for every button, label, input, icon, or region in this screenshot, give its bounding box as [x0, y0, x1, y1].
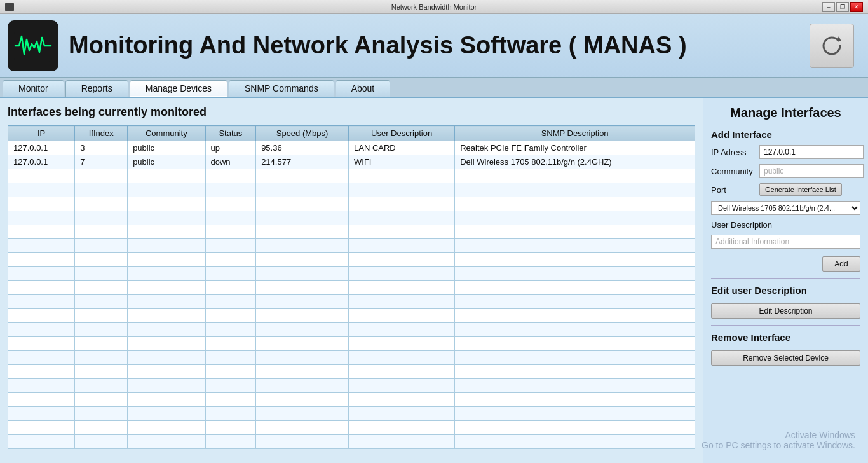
add-btn-row: Add — [711, 256, 860, 272]
user-description-input[interactable] — [711, 235, 860, 249]
nav-tabs: Monitor Reports Manage Devices SNMP Comm… — [0, 78, 868, 98]
user-desc-input-row — [711, 235, 860, 254]
col-ifindex: IfIndex — [75, 126, 128, 141]
generate-interface-btn[interactable]: Generate Interface List — [759, 183, 842, 196]
title-bar-controls: – ❐ ✕ — [822, 2, 863, 12]
remove-interface-header: Remove Interface — [711, 332, 860, 343]
ip-address-row: IP Adress — [711, 145, 860, 159]
refresh-button[interactable] — [810, 24, 854, 68]
empty-row — [8, 239, 695, 253]
divider-2 — [711, 325, 860, 326]
app-title: Monitoring And Network Analysis Software… — [69, 32, 803, 59]
empty-row — [8, 281, 695, 295]
empty-row — [8, 393, 695, 407]
empty-row — [8, 379, 695, 393]
header-right — [803, 24, 860, 68]
cell-snmp-desc: Realtek PCIe FE Family Controller — [455, 141, 695, 155]
main-content: Interfaces being currently monitored IP … — [0, 98, 868, 463]
user-description-row: User Description — [711, 220, 860, 230]
col-ip: IP — [8, 126, 75, 141]
app-icon-small — [5, 3, 14, 11]
empty-row — [8, 337, 695, 351]
empty-row — [8, 407, 695, 421]
community-input[interactable] — [759, 164, 864, 178]
add-button[interactable]: Add — [822, 256, 860, 272]
title-bar: Network Bandwidth Monitor – ❐ ✕ — [0, 0, 868, 14]
port-row: Port Generate Interface List — [711, 183, 860, 196]
tab-reports[interactable]: Reports — [65, 80, 128, 97]
ip-input[interactable] — [759, 145, 864, 159]
cell-ifindex: 7 — [75, 155, 128, 169]
cell-user-desc: LAN CARD — [349, 141, 455, 155]
cell-ifindex: 3 — [75, 141, 128, 155]
table-row[interactable]: 127.0.0.1 7 public down 214.577 WIFI Del… — [8, 155, 695, 169]
empty-row — [8, 365, 695, 379]
ip-label: IP Adress — [711, 148, 756, 157]
tab-snmp-commands[interactable]: SNMP Commands — [229, 80, 334, 97]
empty-row — [8, 351, 695, 365]
minimize-button[interactable]: – — [822, 2, 835, 12]
col-user-desc: User Description — [349, 126, 455, 141]
empty-row — [8, 323, 695, 337]
add-interface-header: Add Interface — [711, 129, 860, 140]
empty-row — [8, 169, 695, 183]
cell-snmp-desc: Dell Wireless 1705 802.11b/g/n (2.4GHZ) — [455, 155, 695, 169]
interfaces-section-title: Interfaces being currently monitored — [8, 106, 695, 119]
empty-row — [8, 211, 695, 225]
interface-dropdown[interactable]: Dell Wireless 1705 802.11b/g/n (2.4... R… — [711, 201, 860, 215]
community-row: Community — [711, 164, 860, 178]
tab-monitor[interactable]: Monitor — [3, 80, 64, 97]
empty-row — [8, 295, 695, 309]
header-area: Monitoring And Network Analysis Software… — [0, 14, 868, 78]
tab-manage-devices[interactable]: Manage Devices — [130, 80, 227, 97]
title-bar-title: Network Bandwidth Monitor — [0, 3, 868, 11]
remove-selected-device-button[interactable]: Remove Selected Device — [711, 350, 860, 366]
cell-community: public — [128, 141, 205, 155]
cell-user-desc: WIFI — [349, 155, 455, 169]
cell-speed: 214.577 — [256, 155, 349, 169]
app-logo — [8, 20, 58, 71]
divider-1 — [711, 278, 860, 279]
restore-button[interactable]: ❐ — [836, 2, 849, 12]
cell-status: down — [205, 155, 256, 169]
empty-row — [8, 183, 695, 197]
edit-desc-header: Edit user Description — [711, 285, 860, 296]
port-label: Port — [711, 185, 756, 195]
community-label: Community — [711, 167, 756, 176]
empty-row — [8, 225, 695, 239]
manage-interfaces-title: Manage Interfaces — [711, 106, 860, 120]
empty-row — [8, 435, 695, 449]
col-snmp-desc: SNMP Description — [455, 126, 695, 141]
col-status: Status — [205, 126, 256, 141]
cell-ip: 127.0.0.1 — [8, 141, 75, 155]
empty-row — [8, 253, 695, 267]
title-bar-left — [5, 3, 14, 11]
right-panel: Manage Interfaces Add Interface IP Adres… — [703, 98, 868, 463]
col-speed: Speed (Mbps) — [256, 126, 349, 141]
table-row[interactable]: 127.0.0.1 3 public up 95.36 LAN CARD Rea… — [8, 141, 695, 155]
user-desc-form-label: User Description — [711, 220, 772, 230]
empty-row — [8, 421, 695, 435]
empty-row — [8, 197, 695, 211]
cell-ip: 127.0.0.1 — [8, 155, 75, 169]
cell-status: up — [205, 141, 256, 155]
col-community: Community — [128, 126, 205, 141]
interfaces-table: IP IfIndex Community Status Speed (Mbps)… — [8, 125, 695, 449]
empty-row — [8, 267, 695, 281]
left-panel: Interfaces being currently monitored IP … — [0, 98, 703, 463]
tab-about[interactable]: About — [336, 80, 391, 97]
close-button[interactable]: ✕ — [850, 2, 863, 12]
edit-description-button[interactable]: Edit Description — [711, 303, 860, 319]
cell-community: public — [128, 155, 205, 169]
empty-row — [8, 309, 695, 323]
cell-speed: 95.36 — [256, 141, 349, 155]
